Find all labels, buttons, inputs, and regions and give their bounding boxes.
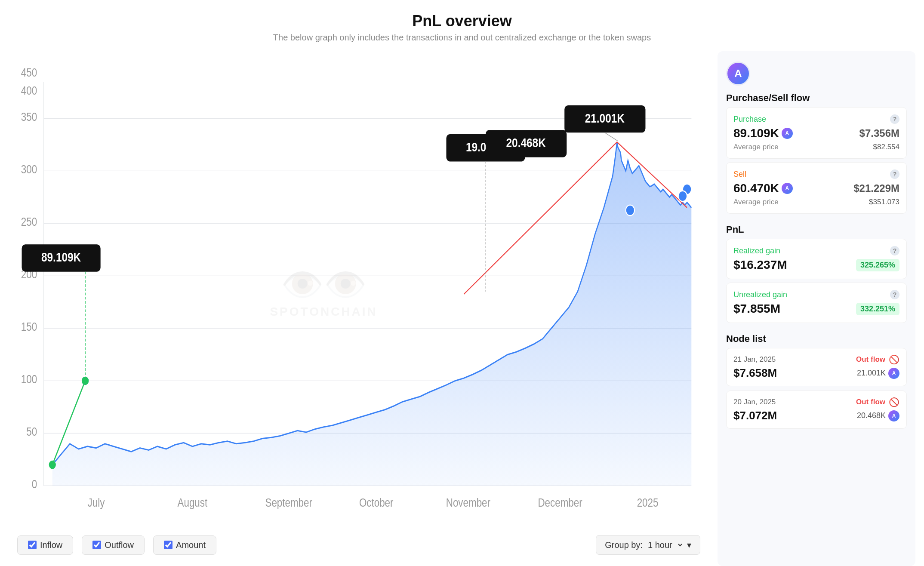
realized-label: Realized gain <box>733 246 780 255</box>
svg-text:250: 250 <box>21 216 37 228</box>
sell-label-row: Sell ? <box>733 169 899 179</box>
pnl-section: PnL Realized gain ? $16.237M 325.265% <box>726 224 907 326</box>
svg-text:89.109K: 89.109K <box>41 250 81 265</box>
group-by-select[interactable]: 1 hour 4 hours 1 day 1 week <box>646 540 684 550</box>
purchase-card: Purchase ? 89.109K A $7.356M Average pri… <box>726 107 907 159</box>
node-1-amount: $7.658M <box>733 366 777 380</box>
outflow-checkbox[interactable] <box>92 541 101 549</box>
unrealized-badge: 332.251% <box>856 303 899 315</box>
svg-point-44 <box>678 191 687 201</box>
chart-area: 👁️👁️ SPOTONCHAIN 0 50 <box>9 51 709 566</box>
purchase-label-row: Purchase ? <box>733 114 899 124</box>
purchase-sell-title: Purchase/Sell flow <box>726 92 907 104</box>
svg-point-45 <box>626 205 634 215</box>
node-1-hide-icon[interactable]: 🚫 <box>889 354 899 365</box>
pnl-title: PnL <box>726 224 907 235</box>
right-panel: A Purchase/Sell flow Purchase ? 89.109K … <box>718 51 915 566</box>
purchase-token-icon: A <box>782 128 793 139</box>
chart-wrapper: 👁️👁️ SPOTONCHAIN 0 50 <box>9 55 709 528</box>
svg-text:50: 50 <box>26 426 37 438</box>
node-2-flow: Out flow <box>856 398 885 406</box>
outflow-checkbox-label[interactable]: Outflow <box>82 535 145 555</box>
inflow-checkbox[interactable] <box>28 541 37 549</box>
svg-text:December: December <box>538 496 582 509</box>
node-2-token-icon: A <box>888 410 899 421</box>
sell-usd: $21.229M <box>853 182 899 194</box>
node-1-token-icon: A <box>888 368 899 379</box>
page-subtitle: The below graph only includes the transa… <box>9 33 915 43</box>
purchase-amount: 89.109K A <box>733 126 793 140</box>
node-1-values: $7.658M 21.001K A <box>733 366 899 380</box>
sell-avg-row: Average price $351.073 <box>733 198 899 206</box>
svg-text:September: September <box>265 496 312 509</box>
node-2-tokens: 20.468K A <box>857 410 899 421</box>
node-1-header: 21 Jan, 2025 Out flow 🚫 <box>733 354 899 365</box>
purchase-help-icon[interactable]: ? <box>890 114 899 124</box>
sell-token-icon: A <box>782 183 793 194</box>
node-2-date: 20 Jan, 2025 <box>733 398 776 406</box>
node-2-amount: $7.072M <box>733 409 777 422</box>
node-2-values: $7.072M 20.468K A <box>733 409 899 422</box>
svg-text:August: August <box>178 496 208 509</box>
sell-help-icon[interactable]: ? <box>890 169 899 179</box>
sell-card: Sell ? 60.470K A $21.229M Average price … <box>726 162 907 214</box>
group-by-selector[interactable]: Group by: 1 hour 4 hours 1 day 1 week ▾ <box>596 535 700 555</box>
svg-text:300: 300 <box>21 163 37 176</box>
header: PnL overview The below graph only includ… <box>9 0 915 47</box>
chevron-down-icon: ▾ <box>687 540 691 550</box>
chart-svg: 0 50 100 150 200 250 300 350 400 450 Jul… <box>9 55 709 528</box>
realized-value: $16.237M <box>733 258 787 272</box>
node-2-header: 20 Jan, 2025 Out flow 🚫 <box>733 397 899 407</box>
svg-text:400: 400 <box>21 85 37 97</box>
svg-text:150: 150 <box>21 321 37 333</box>
purchase-avg-row: Average price $82.554 <box>733 143 899 151</box>
unrealized-label: Unrealized gain <box>733 290 787 299</box>
svg-text:450: 450 <box>21 66 37 79</box>
chart-controls: Inflow Outflow Amount Group by: 1 hour 4… <box>9 528 709 562</box>
svg-point-27 <box>49 461 56 469</box>
inflow-label: Inflow <box>40 540 62 550</box>
amount-checkbox[interactable] <box>164 541 172 549</box>
realized-card: Realized gain ? $16.237M 325.265% <box>726 239 907 279</box>
unrealized-values: $7.855M 332.251% <box>733 302 899 316</box>
purchase-values: 89.109K A $7.356M <box>733 126 899 140</box>
unrealized-card: Unrealized gain ? $7.855M 332.251% <box>726 283 907 323</box>
realized-values: $16.237M 325.265% <box>733 258 899 272</box>
svg-text:2025: 2025 <box>637 496 659 509</box>
realized-help-icon[interactable]: ? <box>890 246 899 255</box>
node-list-section: Node list 21 Jan, 2025 Out flow 🚫 $7.658… <box>726 333 907 433</box>
svg-text:21.001K: 21.001K <box>585 111 625 126</box>
page-container: PnL overview The below graph only includ… <box>0 0 924 566</box>
node-2-hide-icon[interactable]: 🚫 <box>889 397 899 407</box>
svg-text:October: October <box>359 496 394 509</box>
unrealized-label-row: Unrealized gain ? <box>733 290 899 299</box>
purchase-label: Purchase <box>733 115 766 124</box>
outflow-label: Outflow <box>105 540 134 550</box>
amount-label: Amount <box>176 540 206 550</box>
node-item-2: 20 Jan, 2025 Out flow 🚫 $7.072M 20.468K … <box>726 391 907 429</box>
svg-text:100: 100 <box>21 373 37 386</box>
svg-text:20.468K: 20.468K <box>506 136 546 150</box>
avatar: A <box>726 62 750 86</box>
purchase-sell-section: Purchase/Sell flow Purchase ? 89.109K A … <box>726 92 907 217</box>
realized-badge: 325.265% <box>856 259 899 271</box>
node-1-tokens: 21.001K A <box>857 368 899 379</box>
svg-text:350: 350 <box>21 111 37 123</box>
node-item-1: 21 Jan, 2025 Out flow 🚫 $7.658M 21.001K … <box>726 348 907 386</box>
group-by-text: Group by: <box>605 540 643 550</box>
inflow-checkbox-label[interactable]: Inflow <box>17 535 73 555</box>
unrealized-help-icon[interactable]: ? <box>890 290 899 299</box>
sell-values: 60.470K A $21.229M <box>733 181 899 195</box>
svg-text:November: November <box>446 496 490 509</box>
node-1-date: 21 Jan, 2025 <box>733 355 776 364</box>
svg-text:July: July <box>88 496 105 509</box>
amount-checkbox-label[interactable]: Amount <box>153 535 216 555</box>
svg-line-42 <box>605 132 618 141</box>
main-content: 👁️👁️ SPOTONCHAIN 0 50 <box>9 51 915 566</box>
page-title: PnL overview <box>9 12 915 30</box>
sell-amount: 60.470K A <box>733 181 793 195</box>
purchase-usd: $7.356M <box>859 127 899 139</box>
unrealized-value: $7.855M <box>733 302 780 316</box>
node-list-title: Node list <box>726 333 907 345</box>
realized-label-row: Realized gain ? <box>733 246 899 255</box>
